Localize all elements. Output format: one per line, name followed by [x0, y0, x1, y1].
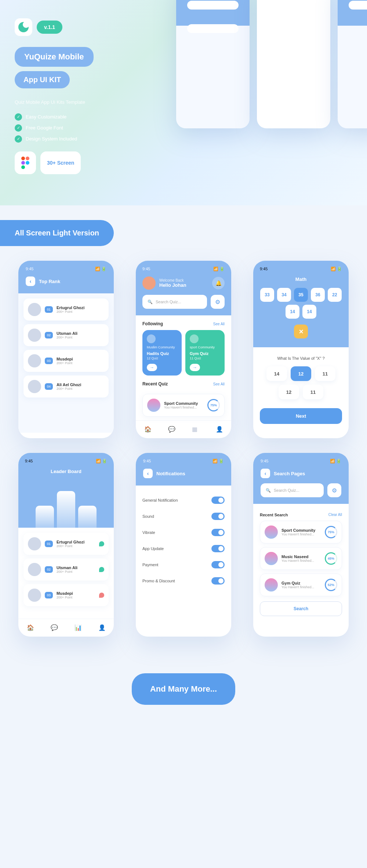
- search-result-item[interactable]: Gym Quiz You Haven't finished... 52%: [260, 574, 342, 596]
- toggle-switch[interactable]: [211, 577, 225, 585]
- home-icon[interactable]: 🏠: [27, 624, 34, 631]
- status-icons: 📶 🔋: [330, 459, 341, 464]
- avatar: [265, 525, 278, 539]
- phone-search: 9:45📶 🔋 ‹Search Pages 🔍Search Quiz... ⚙ …: [253, 453, 349, 637]
- answer-option[interactable]: 12: [279, 385, 299, 399]
- recent-quiz-item[interactable]: Sport Community You Haven't finished... …: [142, 394, 225, 417]
- rank-number: 02: [45, 566, 53, 573]
- toggle-switch[interactable]: [211, 561, 225, 568]
- question-number[interactable]: 33: [260, 288, 274, 302]
- screen-title: Notifications: [156, 471, 185, 476]
- avatar: [265, 578, 278, 592]
- quiz-card[interactable]: sport Community Gym Quiz 11 Quiz →: [185, 330, 225, 376]
- answer-option[interactable]: 11: [303, 385, 323, 399]
- arrow-icon[interactable]: →: [147, 364, 157, 371]
- phone-leaderboard: 9:45📶 🔋 Leader Board 01 Ertugrul Ghozi 2…: [18, 453, 114, 637]
- notification-label: Payment: [142, 563, 158, 567]
- search-icon: 🔍: [148, 300, 153, 304]
- rank-item[interactable]: 02 Utsman Ali 200+ Point: [23, 324, 109, 346]
- filter-button[interactable]: ⚙: [327, 483, 341, 497]
- rank-points: 200+ Point: [57, 310, 84, 314]
- toggle-switch[interactable]: [211, 545, 225, 552]
- filter-button[interactable]: ⚙: [211, 295, 225, 309]
- notification-row: Vibrate: [142, 524, 225, 541]
- avatar[interactable]: [142, 276, 156, 290]
- notification-label: Vibrate: [142, 530, 155, 535]
- home-icon[interactable]: 🏠: [144, 426, 152, 433]
- close-icon[interactable]: ✕: [294, 325, 308, 338]
- search-result-item[interactable]: Sport Community You Haven't finished... …: [260, 521, 342, 543]
- version-pill: v.1.1: [37, 21, 62, 34]
- toggle-switch[interactable]: [211, 497, 225, 504]
- trend-icon: [99, 541, 104, 546]
- answer-option[interactable]: 14: [266, 366, 287, 381]
- rank-item[interactable]: 04 Ali Ael Ghozi 200+ Point: [23, 376, 109, 398]
- arrow-icon[interactable]: →: [190, 364, 200, 371]
- back-button[interactable]: ‹: [143, 469, 153, 478]
- rank-name: Musdepi: [57, 357, 73, 361]
- rank-item[interactable]: 03 Musdepi 200+ Point: [23, 350, 109, 372]
- feature-item: Design System Included: [26, 136, 77, 142]
- question-number[interactable]: 35: [294, 288, 308, 302]
- leaderboard-icon[interactable]: 📊: [75, 624, 82, 631]
- search-button[interactable]: Search: [260, 601, 342, 616]
- leader-item[interactable]: 02 Utsman Ali 200+ Point: [23, 558, 109, 581]
- answer-option[interactable]: 12: [291, 366, 311, 381]
- search-result-item[interactable]: Music Naseed You Haven't finished... 45%: [260, 547, 342, 570]
- avatar: [265, 552, 278, 565]
- recent-item-title: Sport Community: [164, 401, 204, 406]
- rank-points: 200+ Point: [57, 361, 73, 365]
- back-button[interactable]: ‹: [261, 469, 270, 478]
- trend-icon: [99, 593, 104, 598]
- avatar: [28, 563, 41, 576]
- search-item-sub: You Haven't finished...: [281, 559, 321, 563]
- quiz-card[interactable]: Muslim Community Hadits Quiz 12 Quiz →: [142, 330, 182, 376]
- rank-name: Ertugrul Ghozi: [57, 305, 84, 310]
- leader-points: 200+ Point: [57, 596, 95, 599]
- avatar: [28, 589, 41, 602]
- recent-title: Recent Quiz: [142, 381, 168, 387]
- search-input[interactable]: 🔍Search Quiz...: [261, 483, 324, 497]
- question-number[interactable]: 14: [286, 305, 299, 319]
- clear-all-link[interactable]: Clear All: [328, 513, 342, 517]
- phone-math-quiz: 9:45📶 🔋 Math 33343536221414✕ What Is The…: [253, 261, 349, 438]
- phone-notifications: 9:45📶 🔋 ‹Notifications General Notificat…: [136, 453, 231, 637]
- following-title: Following: [142, 321, 163, 326]
- question-number[interactable]: 36: [311, 288, 325, 302]
- rank-number: 01: [45, 541, 53, 547]
- question-number[interactable]: 14: [302, 305, 316, 319]
- see-all-link[interactable]: See All: [213, 322, 225, 326]
- bell-icon[interactable]: 🔔: [212, 277, 225, 289]
- leader-item[interactable]: 03 Musdepi 200+ Point: [23, 584, 109, 606]
- question-number[interactable]: 34: [277, 288, 291, 302]
- chat-icon[interactable]: 💬: [51, 624, 58, 631]
- rank-number: 03: [45, 592, 53, 598]
- recent-search-title: Recent Search: [260, 513, 288, 517]
- toggle-switch[interactable]: [211, 513, 225, 520]
- user-icon[interactable]: 👤: [98, 624, 106, 631]
- status-icons: 📶 🔋: [95, 267, 106, 271]
- rank-item[interactable]: 01 Ertugrul Ghozi 200+ Point: [23, 299, 109, 321]
- notification-row: Promo & Discount: [142, 573, 225, 589]
- leader-points: 200+ Point: [57, 544, 95, 548]
- chat-icon[interactable]: 💬: [168, 426, 175, 433]
- grid-icon[interactable]: ▦: [192, 426, 199, 433]
- search-item-sub: You Haven't finished...: [281, 585, 321, 589]
- check-icon: ✓: [15, 124, 22, 132]
- leader-title: Leader Board: [25, 469, 107, 474]
- user-icon[interactable]: 👤: [216, 426, 223, 433]
- question-number[interactable]: 22: [328, 288, 342, 302]
- search-input[interactable]: 🔍Search Quiz...: [142, 295, 207, 309]
- toggle-switch[interactable]: [211, 529, 225, 536]
- search-placeholder: Search Quiz...: [156, 300, 181, 304]
- next-button[interactable]: Next: [260, 408, 342, 424]
- leader-item[interactable]: 01 Ertugrul Ghozi 200+ Point: [23, 533, 109, 555]
- rank-points: 200+ Point: [57, 336, 77, 339]
- notification-row: Sound: [142, 508, 225, 524]
- see-all-link[interactable]: See All: [213, 382, 225, 386]
- card-community: Muslim Community: [147, 345, 177, 349]
- back-button[interactable]: ‹: [26, 276, 35, 286]
- rank-name: Utsman Ali: [57, 331, 77, 336]
- answer-option[interactable]: 11: [315, 366, 335, 381]
- section-heading-light: All Screen Light Version: [0, 220, 114, 246]
